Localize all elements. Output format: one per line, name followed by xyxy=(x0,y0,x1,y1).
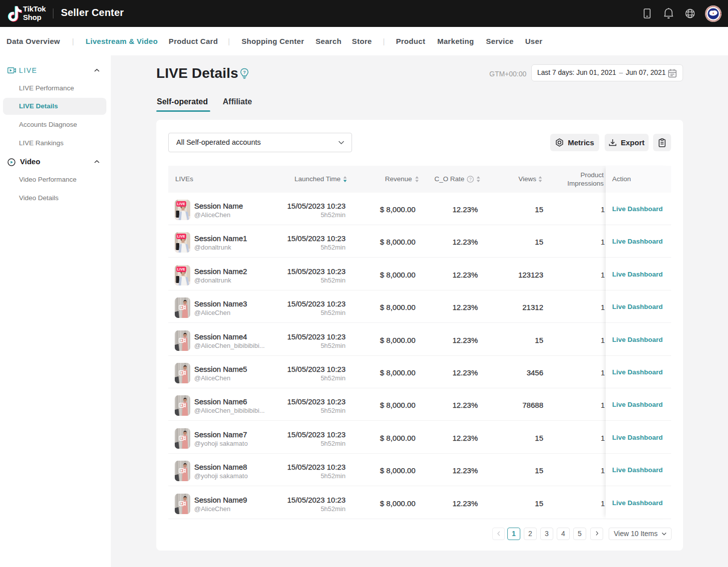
svg-text:?: ? xyxy=(469,177,472,182)
svg-text:?: ? xyxy=(243,70,246,75)
